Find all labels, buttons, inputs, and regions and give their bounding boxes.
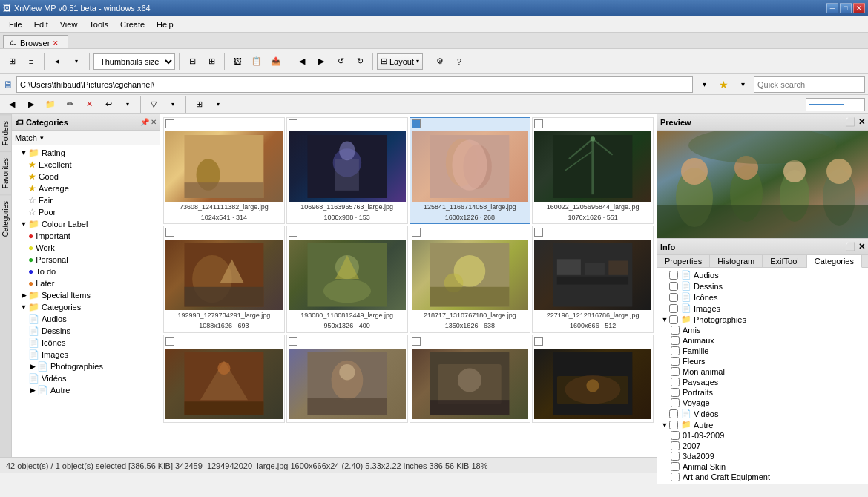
menu-view[interactable]: View bbox=[54, 19, 84, 30]
cat-item-fleurs[interactable]: Fleurs bbox=[659, 356, 867, 366]
thumb-item-7[interactable]: 218717_1310767180_large.jpg 1350x1626 · … bbox=[410, 226, 531, 332]
expand-categories[interactable]: ▼ bbox=[19, 303, 28, 311]
cat-item-2009[interactable]: 01-09-2009 bbox=[659, 430, 867, 441]
bookmark-star-icon[interactable]: ★ bbox=[715, 76, 731, 93]
tree-item-icones[interactable]: 📄 Icônes bbox=[13, 337, 158, 349]
toolbar-fwd2[interactable]: ▶ bbox=[312, 52, 330, 71]
match-dropdown[interactable]: ▾ bbox=[40, 134, 44, 142]
cat-item-photographies[interactable]: ▼ 📁 Photographies bbox=[659, 314, 867, 325]
thumb-item-10[interactable] bbox=[286, 335, 408, 423]
close-panel-button[interactable]: ✕ bbox=[151, 118, 157, 126]
cat-check-2009[interactable] bbox=[671, 431, 680, 440]
info-close-icon[interactable]: ✕ bbox=[858, 242, 865, 251]
cat-check-2007[interactable] bbox=[671, 441, 680, 450]
cat-item-famille[interactable]: Famille bbox=[659, 346, 867, 356]
action-dropdown2[interactable]: ▾ bbox=[164, 95, 182, 114]
cat-check-dessins[interactable] bbox=[669, 282, 678, 291]
cat-expand-autre-root[interactable]: ▼ bbox=[660, 421, 669, 429]
action-filter[interactable]: ▽ bbox=[145, 95, 162, 114]
cat-expand-photographies[interactable]: ▼ bbox=[660, 316, 669, 323]
search-input[interactable] bbox=[754, 76, 865, 93]
info-expand-icon[interactable]: ⬜ bbox=[845, 242, 855, 251]
menu-tools[interactable]: Tools bbox=[83, 19, 114, 30]
toolbar-settings[interactable]: ⚙ bbox=[431, 52, 449, 71]
thumb-item-3[interactable]: 125841_1166714058_large.jpg 1600x1226 · … bbox=[410, 117, 531, 224]
action-view-grid[interactable]: ⊞ bbox=[190, 95, 208, 114]
cat-check-videos[interactable] bbox=[669, 409, 678, 418]
thumb-item-11[interactable] bbox=[410, 335, 531, 423]
cat-check-monanimal[interactable] bbox=[671, 367, 680, 376]
cat-item-2007[interactable]: 2007 bbox=[659, 441, 867, 451]
toolbar-btn4[interactable]: 📋 bbox=[248, 52, 266, 71]
cat-item-amis[interactable]: Amis bbox=[659, 325, 867, 335]
toolbar-refresh[interactable]: ↺ bbox=[332, 52, 349, 71]
expand-rating[interactable]: ▼ bbox=[19, 149, 28, 157]
folders-tab[interactable]: Folders bbox=[0, 114, 11, 151]
action-edit[interactable]: ✏ bbox=[61, 95, 79, 114]
thumb-checkbox-11[interactable] bbox=[412, 337, 421, 346]
thumb-checkbox-2[interactable] bbox=[289, 119, 297, 128]
cat-item-dessins[interactable]: 📄 Dessins bbox=[659, 280, 867, 292]
toolbar-btn1[interactable]: ⊟ bbox=[183, 52, 201, 71]
cat-item-videos[interactable]: 📄 Vidéos bbox=[659, 408, 867, 419]
thumb-checkbox-1[interactable] bbox=[165, 119, 174, 128]
tab-close-icon[interactable]: ✕ bbox=[53, 39, 59, 47]
thumb-item-1[interactable]: 73608_1241111382_large.jpg 1024x541 · 31… bbox=[163, 117, 285, 224]
tree-item-rating[interactable]: ▼ 📁 Rating bbox=[13, 147, 158, 159]
cat-item-autre-root[interactable]: ▼ 📁 Autre bbox=[659, 419, 867, 430]
toolbar-grid-small[interactable]: ⊞ bbox=[3, 52, 21, 71]
tree-item-dessins[interactable]: 📄 Dessins bbox=[13, 325, 158, 337]
cat-item-images[interactable]: 📄 Images bbox=[659, 303, 867, 314]
thumb-checkbox-8[interactable] bbox=[534, 228, 543, 237]
cat-item-paysages[interactable]: Paysages bbox=[659, 377, 867, 387]
tab-properties[interactable]: Properties bbox=[657, 255, 710, 267]
cat-item-animaux[interactable]: Animaux bbox=[659, 335, 867, 346]
action-fwd[interactable]: ▶ bbox=[22, 95, 40, 114]
tree-item-fair[interactable]: ☆ Fair bbox=[13, 194, 158, 206]
cat-check-photographies[interactable] bbox=[669, 315, 678, 324]
thumb-checkbox-7[interactable] bbox=[412, 228, 421, 237]
toolbar-btn3[interactable]: 🖼 bbox=[228, 52, 246, 71]
thumb-checkbox-6[interactable] bbox=[289, 228, 297, 237]
pin-button[interactable]: 📌 bbox=[140, 118, 149, 126]
tree-item-categories[interactable]: ▼ 📁 Categories bbox=[13, 301, 158, 313]
thumb-checkbox-12[interactable] bbox=[534, 337, 543, 346]
thumbnails-size-select[interactable]: Thumbnails size bbox=[93, 53, 175, 70]
tree-item-personal[interactable]: ● Personal bbox=[13, 254, 158, 266]
thumb-item-8[interactable]: 227196_1212816786_large.jpg 1600x666 · 5… bbox=[532, 226, 654, 332]
tree-item-average[interactable]: ★ Average bbox=[13, 182, 158, 194]
tree-item-important[interactable]: ● Important bbox=[13, 230, 158, 242]
cat-check-animalskin[interactable] bbox=[671, 462, 680, 471]
tree-item-videos[interactable]: 📄 Vidéos bbox=[13, 372, 158, 384]
cat-check-autre-root[interactable] bbox=[669, 421, 678, 429]
dropdown-path-btn[interactable]: ▾ bbox=[696, 76, 712, 93]
tree-item-poor[interactable]: ☆ Poor bbox=[13, 206, 158, 218]
tree-item-later[interactable]: ● Later bbox=[13, 277, 158, 289]
tab-histogram[interactable]: Histogram bbox=[710, 255, 763, 267]
tree-item-special[interactable]: ▶ 📁 Special Items bbox=[13, 289, 158, 301]
cat-check-3da[interactable] bbox=[671, 452, 680, 461]
tree-item-good[interactable]: ★ Good bbox=[13, 171, 158, 182]
close-button[interactable]: ✕ bbox=[853, 3, 865, 13]
cat-check-images[interactable] bbox=[669, 304, 678, 313]
toolbar-btn5[interactable]: 📤 bbox=[267, 52, 285, 71]
tree-item-audios[interactable]: 📄 Audios bbox=[13, 313, 158, 325]
cat-item-3da[interactable]: 3da2009 bbox=[659, 451, 867, 461]
expand-autre[interactable]: ▶ bbox=[28, 386, 37, 394]
cat-check-paysages[interactable] bbox=[671, 378, 680, 386]
expand-photos[interactable]: ▶ bbox=[28, 363, 37, 370]
cat-item-artcraft[interactable]: Art and Craft Equipment bbox=[659, 472, 867, 482]
toolbar-help[interactable]: ? bbox=[450, 52, 468, 71]
toolbar-back2[interactable]: ◀ bbox=[293, 52, 311, 71]
tree-item-images[interactable]: 📄 Images bbox=[13, 349, 158, 361]
thumb-item-2[interactable]: 106968_1163965763_large.jpg 1000x988 · 1… bbox=[286, 117, 408, 224]
menu-help[interactable]: Help bbox=[151, 19, 180, 30]
layout-button[interactable]: ⊞ Layout ▾ bbox=[377, 53, 423, 70]
address-input[interactable] bbox=[16, 76, 693, 93]
cat-check-icones[interactable] bbox=[669, 293, 678, 302]
cat-item-portraits[interactable]: Portraits bbox=[659, 387, 867, 398]
thumb-item-5[interactable]: 192998_1279734291_large.jpg 1088x1626 · … bbox=[163, 226, 285, 332]
thumb-item-9[interactable] bbox=[163, 335, 285, 423]
tab-browser[interactable]: 🗂 Browser ✕ bbox=[3, 35, 68, 48]
cat-check-fleurs[interactable] bbox=[671, 357, 680, 366]
